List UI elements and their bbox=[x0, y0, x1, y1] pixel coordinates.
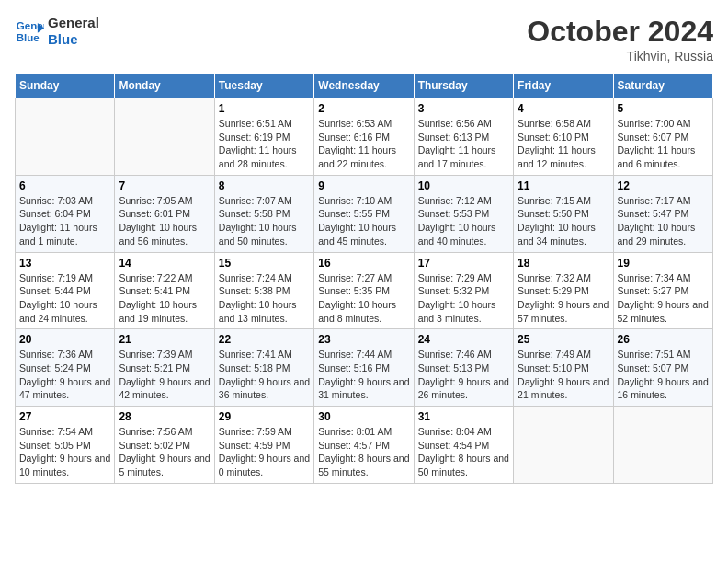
day-info: Sunrise: 7:41 AM Sunset: 5:18 PM Dayligh… bbox=[219, 348, 310, 402]
day-info: Sunrise: 7:51 AM Sunset: 5:07 PM Dayligh… bbox=[618, 348, 709, 402]
calendar-cell: 13Sunrise: 7:19 AM Sunset: 5:44 PM Dayli… bbox=[16, 252, 115, 329]
calendar-cell: 6Sunrise: 7:03 AM Sunset: 6:04 PM Daylig… bbox=[16, 175, 115, 252]
day-info: Sunrise: 7:10 AM Sunset: 5:55 PM Dayligh… bbox=[318, 194, 409, 248]
calendar-week-row: 6Sunrise: 7:03 AM Sunset: 6:04 PM Daylig… bbox=[16, 175, 713, 252]
day-info: Sunrise: 8:04 AM Sunset: 4:54 PM Dayligh… bbox=[418, 425, 509, 479]
day-number: 31 bbox=[418, 410, 509, 423]
day-info: Sunrise: 7:03 AM Sunset: 6:04 PM Dayligh… bbox=[19, 194, 110, 248]
day-number: 7 bbox=[119, 179, 210, 192]
day-number: 16 bbox=[318, 257, 409, 270]
day-number: 18 bbox=[518, 257, 609, 270]
day-info: Sunrise: 7:07 AM Sunset: 5:58 PM Dayligh… bbox=[219, 194, 310, 248]
calendar-cell: 7Sunrise: 7:05 AM Sunset: 6:01 PM Daylig… bbox=[115, 175, 214, 252]
logo-general: General bbox=[48, 15, 99, 31]
day-number: 14 bbox=[119, 257, 210, 270]
weekday-header-saturday: Saturday bbox=[613, 74, 712, 98]
calendar-cell: 4Sunrise: 6:58 AM Sunset: 6:10 PM Daylig… bbox=[514, 98, 613, 176]
calendar-cell: 1Sunrise: 6:51 AM Sunset: 6:19 PM Daylig… bbox=[214, 98, 313, 176]
calendar-cell: 11Sunrise: 7:15 AM Sunset: 5:50 PM Dayli… bbox=[514, 175, 613, 252]
calendar-week-row: 20Sunrise: 7:36 AM Sunset: 5:24 PM Dayli… bbox=[16, 329, 713, 407]
calendar-cell: 8Sunrise: 7:07 AM Sunset: 5:58 PM Daylig… bbox=[214, 175, 313, 252]
logo: General Blue General Blue bbox=[15, 15, 99, 48]
day-number: 4 bbox=[518, 102, 609, 115]
day-info: Sunrise: 7:36 AM Sunset: 5:24 PM Dayligh… bbox=[19, 348, 110, 402]
logo-blue: Blue bbox=[48, 31, 99, 48]
day-info: Sunrise: 6:58 AM Sunset: 6:10 PM Dayligh… bbox=[518, 117, 609, 171]
day-number: 30 bbox=[318, 410, 409, 423]
calendar-cell: 3Sunrise: 6:56 AM Sunset: 6:13 PM Daylig… bbox=[414, 98, 513, 176]
calendar-cell: 23Sunrise: 7:44 AM Sunset: 5:16 PM Dayli… bbox=[314, 329, 414, 407]
day-number: 5 bbox=[618, 102, 709, 115]
calendar-cell bbox=[613, 407, 712, 484]
day-number: 25 bbox=[518, 333, 609, 346]
day-info: Sunrise: 6:51 AM Sunset: 6:19 PM Dayligh… bbox=[219, 117, 310, 171]
day-number: 23 bbox=[318, 333, 409, 346]
calendar-cell: 18Sunrise: 7:32 AM Sunset: 5:29 PM Dayli… bbox=[514, 252, 613, 329]
calendar-cell: 17Sunrise: 7:29 AM Sunset: 5:32 PM Dayli… bbox=[414, 252, 513, 329]
day-number: 15 bbox=[219, 257, 310, 270]
day-info: Sunrise: 7:15 AM Sunset: 5:50 PM Dayligh… bbox=[518, 194, 609, 248]
day-number: 19 bbox=[618, 257, 709, 270]
day-info: Sunrise: 6:53 AM Sunset: 6:16 PM Dayligh… bbox=[318, 117, 409, 171]
calendar-cell: 5Sunrise: 7:00 AM Sunset: 6:07 PM Daylig… bbox=[613, 98, 712, 176]
weekday-header-tuesday: Tuesday bbox=[214, 74, 313, 98]
calendar-cell: 9Sunrise: 7:10 AM Sunset: 5:55 PM Daylig… bbox=[314, 175, 414, 252]
calendar-header-row: SundayMondayTuesdayWednesdayThursdayFrid… bbox=[16, 74, 713, 98]
page-header: General Blue General Blue October 2024 T… bbox=[15, 15, 713, 63]
weekday-header-wednesday: Wednesday bbox=[314, 74, 414, 98]
calendar-cell: 25Sunrise: 7:49 AM Sunset: 5:10 PM Dayli… bbox=[514, 329, 613, 407]
calendar-cell: 29Sunrise: 7:59 AM Sunset: 4:59 PM Dayli… bbox=[214, 407, 313, 484]
day-number: 27 bbox=[19, 410, 110, 423]
month-title: October 2024 bbox=[527, 15, 713, 49]
day-info: Sunrise: 7:19 AM Sunset: 5:44 PM Dayligh… bbox=[19, 271, 110, 326]
day-number: 24 bbox=[418, 333, 509, 346]
weekday-header-monday: Monday bbox=[115, 74, 214, 98]
day-number: 29 bbox=[219, 410, 310, 423]
day-info: Sunrise: 7:17 AM Sunset: 5:47 PM Dayligh… bbox=[618, 194, 709, 248]
day-info: Sunrise: 7:05 AM Sunset: 6:01 PM Dayligh… bbox=[119, 194, 210, 248]
day-number: 8 bbox=[219, 179, 310, 192]
day-number: 28 bbox=[119, 410, 210, 423]
day-number: 22 bbox=[219, 333, 310, 346]
day-number: 6 bbox=[19, 179, 110, 192]
day-info: Sunrise: 7:49 AM Sunset: 5:10 PM Dayligh… bbox=[518, 348, 609, 402]
calendar-cell: 15Sunrise: 7:24 AM Sunset: 5:38 PM Dayli… bbox=[214, 252, 313, 329]
day-number: 21 bbox=[119, 333, 210, 346]
calendar-cell: 12Sunrise: 7:17 AM Sunset: 5:47 PM Dayli… bbox=[613, 175, 712, 252]
weekday-header-friday: Friday bbox=[514, 74, 613, 98]
calendar-cell: 2Sunrise: 6:53 AM Sunset: 6:16 PM Daylig… bbox=[314, 98, 414, 176]
day-info: Sunrise: 7:39 AM Sunset: 5:21 PM Dayligh… bbox=[119, 348, 210, 402]
day-number: 11 bbox=[518, 179, 609, 192]
calendar-cell: 24Sunrise: 7:46 AM Sunset: 5:13 PM Dayli… bbox=[414, 329, 513, 407]
day-number: 17 bbox=[418, 257, 509, 270]
calendar-week-row: 27Sunrise: 7:54 AM Sunset: 5:05 PM Dayli… bbox=[16, 407, 713, 484]
day-number: 3 bbox=[418, 102, 509, 115]
location: Tikhvin, Russia bbox=[527, 49, 713, 63]
day-info: Sunrise: 7:29 AM Sunset: 5:32 PM Dayligh… bbox=[418, 271, 509, 326]
calendar-cell: 21Sunrise: 7:39 AM Sunset: 5:21 PM Dayli… bbox=[115, 329, 214, 407]
calendar-cell bbox=[16, 98, 115, 176]
day-info: Sunrise: 7:12 AM Sunset: 5:53 PM Dayligh… bbox=[418, 194, 509, 248]
calendar-cell: 22Sunrise: 7:41 AM Sunset: 5:18 PM Dayli… bbox=[214, 329, 313, 407]
svg-text:Blue: Blue bbox=[17, 32, 40, 43]
day-info: Sunrise: 8:01 AM Sunset: 4:57 PM Dayligh… bbox=[318, 425, 409, 479]
day-info: Sunrise: 7:44 AM Sunset: 5:16 PM Dayligh… bbox=[318, 348, 409, 402]
weekday-header-thursday: Thursday bbox=[414, 74, 513, 98]
calendar-cell: 20Sunrise: 7:36 AM Sunset: 5:24 PM Dayli… bbox=[16, 329, 115, 407]
day-info: Sunrise: 6:56 AM Sunset: 6:13 PM Dayligh… bbox=[418, 117, 509, 171]
calendar-week-row: 13Sunrise: 7:19 AM Sunset: 5:44 PM Dayli… bbox=[16, 252, 713, 329]
day-number: 12 bbox=[618, 179, 709, 192]
calendar-cell: 14Sunrise: 7:22 AM Sunset: 5:41 PM Dayli… bbox=[115, 252, 214, 329]
day-info: Sunrise: 7:56 AM Sunset: 5:02 PM Dayligh… bbox=[119, 425, 210, 479]
day-info: Sunrise: 7:27 AM Sunset: 5:35 PM Dayligh… bbox=[318, 271, 409, 326]
calendar-cell: 31Sunrise: 8:04 AM Sunset: 4:54 PM Dayli… bbox=[414, 407, 513, 484]
calendar-cell bbox=[115, 98, 214, 176]
calendar-cell bbox=[514, 407, 613, 484]
day-info: Sunrise: 7:24 AM Sunset: 5:38 PM Dayligh… bbox=[219, 271, 310, 326]
calendar-cell: 27Sunrise: 7:54 AM Sunset: 5:05 PM Dayli… bbox=[16, 407, 115, 484]
title-block: October 2024 Tikhvin, Russia bbox=[527, 15, 713, 63]
day-number: 10 bbox=[418, 179, 509, 192]
day-number: 26 bbox=[618, 333, 709, 346]
calendar-table: SundayMondayTuesdayWednesdayThursdayFrid… bbox=[15, 73, 713, 484]
logo-icon: General Blue bbox=[15, 17, 44, 46]
